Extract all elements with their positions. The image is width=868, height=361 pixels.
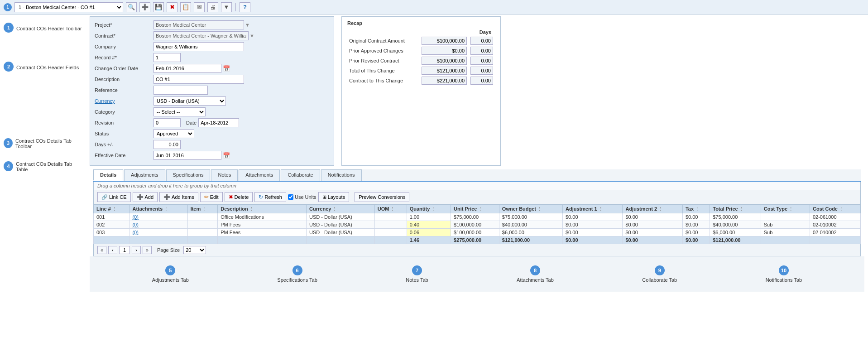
recap-days-input[interactable] [470, 57, 493, 65]
link-ce-button[interactable]: 🔗 Link CE [97, 192, 131, 202]
dropdown-icon[interactable]: ▼ [221, 2, 232, 12]
help-icon[interactable]: ? [240, 2, 250, 12]
col-currency: Currency⋮ [307, 205, 375, 213]
prev-page-button[interactable]: ‹ [108, 246, 117, 254]
use-units-checkbox[interactable] [288, 194, 293, 200]
tab-attachments[interactable]: Attachments [239, 169, 280, 181]
add-icon[interactable]: ➕ [139, 2, 150, 12]
recap-days-input[interactable] [470, 47, 493, 55]
last-page-button[interactable]: » [143, 246, 152, 254]
recap-row: Original Contract Amount [347, 36, 495, 46]
annotation-text-10: Notifications Tab [766, 277, 802, 283]
recap-table: Days Original Contract Amount Prior Appr… [347, 29, 495, 86]
layouts-button[interactable]: ⊞ Layouts [318, 192, 350, 202]
cell-unit-price: $100,000.00 [451, 229, 499, 236]
days-input[interactable] [153, 140, 181, 149]
days-row: Days +/- [95, 140, 329, 149]
annotation-1: 1 Contract COs Header Toolbar [4, 23, 82, 33]
print-icon[interactable]: 🖨 [207, 2, 218, 12]
recap-value-input[interactable] [422, 67, 467, 75]
col-item: Item⋮ [187, 205, 218, 213]
recap-days-input[interactable] [470, 67, 493, 75]
project-dropdown-icon[interactable]: ▼ [245, 22, 250, 28]
cell-tax: $0.00 [682, 229, 710, 236]
tab-notes[interactable]: Notes [211, 169, 238, 181]
preview-conversions-button[interactable]: Preview Conversions [355, 192, 409, 202]
recap-row-days [469, 66, 495, 76]
contract-dropdown-icon[interactable]: ▼ [249, 33, 254, 39]
effective-date-label: Effective Date [95, 153, 153, 158]
change-order-date-input[interactable] [153, 64, 221, 73]
project-input[interactable] [153, 20, 244, 29]
add-items-button[interactable]: ➕ Add Items [159, 192, 198, 202]
delete-icon[interactable]: ✖ [167, 2, 177, 12]
attachment-link[interactable]: (0) [132, 230, 138, 235]
contract-input[interactable] [153, 31, 249, 40]
tab-adjustments[interactable]: Adjustments [124, 169, 165, 181]
date-input[interactable] [198, 118, 239, 127]
recap-value-input[interactable] [422, 57, 467, 65]
attachment-link[interactable]: (0) [132, 222, 138, 227]
annotation-3: 3 Contract COs Details Tab Toolbar [4, 137, 82, 149]
record-input[interactable] [153, 53, 181, 62]
top-section: Project* ▼ Contract* ▼ Company Reco [90, 16, 864, 166]
tab-specifications[interactable]: Specifications [166, 169, 211, 181]
page-size-select[interactable]: 20 [183, 246, 206, 254]
tab-collaborate[interactable]: Collaborate [281, 169, 320, 181]
drag-header: Drag a column header and drop it here to… [93, 182, 861, 190]
cell-unit-price: $100,000.00 [451, 221, 499, 229]
recap-value-input[interactable] [422, 47, 467, 55]
email-icon[interactable]: ✉ [194, 2, 205, 12]
effective-date-calendar-icon[interactable]: 📅 [223, 152, 230, 159]
tabs-bar: DetailsAdjustmentsSpecificationsNotesAtt… [93, 169, 861, 182]
next-page-button[interactable]: › [132, 246, 141, 254]
project-row: Project* ▼ [95, 20, 329, 29]
add-button[interactable]: ➕ Add [133, 192, 158, 202]
cell-line: 002 [94, 221, 129, 229]
cell-adj1: $0.00 [562, 213, 622, 221]
first-page-button[interactable]: « [97, 246, 106, 254]
effective-date-input[interactable] [153, 151, 221, 160]
recap-row-value [420, 36, 469, 46]
total-unit-price: $275,000.00 [451, 236, 499, 244]
cell-currency: USD - Dollar (USA) [307, 221, 375, 229]
bottom-annotation-8: 8 Attachments Tab [517, 265, 554, 283]
search-icon[interactable]: 🔍 [126, 2, 137, 12]
status-select[interactable]: Approved [153, 129, 194, 138]
recap-days-input[interactable] [470, 37, 493, 45]
change-order-date-calendar-icon[interactable]: 📅 [223, 65, 230, 72]
total-empty3 [187, 236, 218, 244]
bottom-annotation-5: 5 Adjustments Tab [152, 265, 189, 283]
tab-notifications[interactable]: Notifications [321, 169, 362, 181]
description-input[interactable] [153, 75, 244, 84]
revision-input[interactable] [153, 118, 181, 127]
add-label: Add [145, 194, 154, 200]
company-input[interactable] [153, 42, 244, 51]
currency-link[interactable]: Currency [95, 98, 115, 104]
attachment-link[interactable]: (0) [132, 214, 138, 220]
recap-value-input[interactable] [422, 37, 467, 45]
reference-input[interactable] [153, 86, 208, 95]
total-total-price: $121,000.00 [710, 236, 761, 244]
use-units-label[interactable]: Use Units [288, 194, 317, 200]
recap-days-input[interactable] [470, 77, 493, 85]
recap-value-input[interactable] [422, 77, 467, 85]
table-totals-row: 1.46 $275,000.00 $121,000.00 $0.00 $0.00… [94, 236, 861, 244]
cell-total-price: $6,000.00 [710, 229, 761, 236]
cell-tax: $0.00 [682, 221, 710, 229]
category-select[interactable]: -- Select -- [153, 107, 206, 116]
table-row: 002 (0) PM Fees USD - Dollar (USA) 0.40 … [94, 221, 861, 229]
description-label: Description [95, 77, 153, 82]
record-row: Record #* [95, 53, 329, 62]
recap-row-label: Total of This Change [347, 66, 420, 76]
co-select[interactable]: 1 - Boston Medical Center - CO #1 [14, 2, 123, 12]
current-page-input[interactable] [119, 246, 130, 254]
currency-select[interactable]: USD - Dollar (USA) [153, 96, 226, 106]
copy-icon[interactable]: 📋 [180, 2, 191, 12]
tab-details[interactable]: Details [93, 169, 123, 181]
delete-button[interactable]: ✖ Delete [225, 192, 253, 202]
edit-button[interactable]: ✏ Edit [200, 192, 223, 202]
save-icon[interactable]: 💾 [153, 2, 164, 12]
refresh-button[interactable]: ↻ Refresh [254, 192, 286, 202]
total-empty8 [810, 236, 860, 244]
